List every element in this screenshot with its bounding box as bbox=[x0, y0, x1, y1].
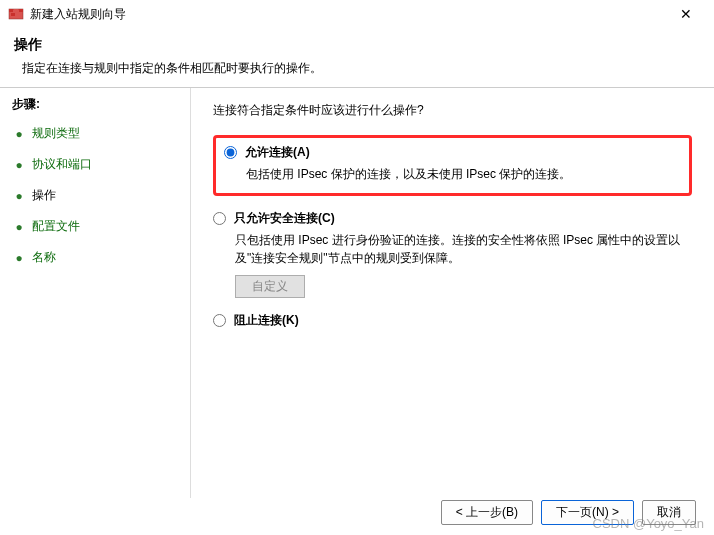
option-allow-desc: 包括使用 IPsec 保护的连接，以及未使用 IPsec 保护的连接。 bbox=[246, 165, 681, 183]
step-label: 规则类型 bbox=[32, 125, 80, 142]
bullet-icon: ● bbox=[12, 158, 26, 172]
radio-allow[interactable] bbox=[224, 146, 237, 159]
cancel-button[interactable]: 取消 bbox=[642, 500, 696, 525]
bullet-icon: ● bbox=[12, 251, 26, 265]
option-secure-label: 只允许安全连接(C) bbox=[234, 210, 335, 227]
radio-secure[interactable] bbox=[213, 212, 226, 225]
step-rule-type[interactable]: ● 规则类型 bbox=[12, 123, 178, 144]
option-secure-desc: 只包括使用 IPsec 进行身份验证的连接。连接的安全性将依照 IPsec 属性… bbox=[235, 231, 692, 267]
step-protocol-port[interactable]: ● 协议和端口 bbox=[12, 154, 178, 175]
steps-title: 步骤: bbox=[12, 96, 178, 113]
step-profile[interactable]: ● 配置文件 bbox=[12, 216, 178, 237]
customize-button: 自定义 bbox=[235, 275, 305, 298]
step-label: 操作 bbox=[32, 187, 56, 204]
step-label: 配置文件 bbox=[32, 218, 80, 235]
window-title: 新建入站规则向导 bbox=[30, 6, 666, 23]
highlight-box: 允许连接(A) 包括使用 IPsec 保护的连接，以及未使用 IPsec 保护的… bbox=[213, 135, 692, 196]
main-content: 连接符合指定条件时应该进行什么操作? 允许连接(A) 包括使用 IPsec 保护… bbox=[191, 88, 714, 498]
back-button[interactable]: < 上一步(B) bbox=[441, 500, 533, 525]
page-title: 操作 bbox=[14, 36, 700, 54]
titlebar: 新建入站规则向导 ✕ bbox=[0, 0, 714, 28]
option-secure: 只允许安全连接(C) 只包括使用 IPsec 进行身份验证的连接。连接的安全性将… bbox=[213, 210, 692, 298]
step-name[interactable]: ● 名称 bbox=[12, 247, 178, 268]
bullet-icon: ● bbox=[12, 189, 26, 203]
svg-rect-1 bbox=[9, 9, 13, 12]
step-label: 名称 bbox=[32, 249, 56, 266]
bullet-icon: ● bbox=[12, 127, 26, 141]
page-subtitle: 指定在连接与规则中指定的条件相匹配时要执行的操作。 bbox=[14, 60, 700, 77]
wizard-footer: < 上一步(B) 下一页(N) > 取消 bbox=[441, 500, 696, 525]
wizard-header: 操作 指定在连接与规则中指定的条件相匹配时要执行的操作。 bbox=[0, 28, 714, 87]
next-button[interactable]: 下一页(N) > bbox=[541, 500, 634, 525]
close-button[interactable]: ✕ bbox=[666, 0, 706, 28]
bullet-icon: ● bbox=[12, 220, 26, 234]
radio-block[interactable] bbox=[213, 314, 226, 327]
option-allow-label: 允许连接(A) bbox=[245, 144, 310, 161]
option-block: 阻止连接(K) bbox=[213, 312, 692, 329]
step-label: 协议和端口 bbox=[32, 156, 92, 173]
svg-rect-2 bbox=[14, 9, 18, 12]
option-allow-row[interactable]: 允许连接(A) bbox=[224, 144, 681, 161]
firewall-icon bbox=[8, 6, 24, 22]
question-text: 连接符合指定条件时应该进行什么操作? bbox=[213, 102, 692, 119]
option-block-row[interactable]: 阻止连接(K) bbox=[213, 312, 692, 329]
steps-sidebar: 步骤: ● 规则类型 ● 协议和端口 ● 操作 ● 配置文件 ● 名称 bbox=[0, 88, 190, 498]
svg-rect-3 bbox=[19, 9, 23, 12]
option-allow: 允许连接(A) 包括使用 IPsec 保护的连接，以及未使用 IPsec 保护的… bbox=[224, 144, 681, 183]
step-action[interactable]: ● 操作 bbox=[12, 185, 178, 206]
option-block-label: 阻止连接(K) bbox=[234, 312, 299, 329]
option-secure-row[interactable]: 只允许安全连接(C) bbox=[213, 210, 692, 227]
svg-rect-5 bbox=[16, 13, 20, 16]
svg-rect-4 bbox=[11, 13, 15, 16]
